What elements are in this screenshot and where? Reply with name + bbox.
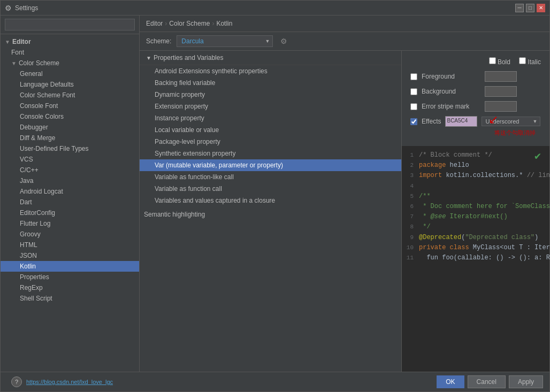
sidebar-item-json[interactable]: JSON: [1, 250, 139, 261]
sidebar-item-font[interactable]: Font: [1, 47, 139, 58]
expand-arrow-cs: ▼: [11, 60, 17, 66]
prop-semantic[interactable]: Semantic highlighting: [140, 209, 401, 220]
prop-vars-closure[interactable]: Variables and values captured in a closu…: [140, 195, 401, 206]
background-color-box[interactable]: [485, 86, 517, 97]
foreground-color-box[interactable]: [485, 71, 517, 82]
prop-var-function[interactable]: Variable as function call: [140, 183, 401, 195]
prop-var-mutable[interactable]: Var (mutable variable, parameter or prop…: [140, 159, 401, 171]
code-content-6: * Doc comment here for `SomeClass`: [419, 202, 549, 212]
effects-checkbox[interactable]: [410, 118, 417, 125]
prop-local-var[interactable]: Local variable or value: [140, 124, 401, 136]
sidebar-item-editor[interactable]: ▼ Editor: [1, 36, 139, 47]
sidebar-item-user-defined[interactable]: User-Defined File Types: [1, 143, 139, 154]
sidebar-item-regexp[interactable]: RegExp: [1, 282, 139, 293]
bold-label: Bold: [489, 57, 510, 66]
scheme-dropdown[interactable]: Darcula Default High Contrast: [177, 35, 273, 47]
minimize-button[interactable]: ─: [515, 4, 524, 12]
right-settings: Bold Italic Foreground: [402, 51, 549, 372]
search-bar: [1, 16, 139, 34]
properties-list: ▼ Properties and Variables Android Exten…: [140, 51, 402, 372]
background-row: Background: [410, 86, 541, 97]
sidebar-item-android-logcat[interactable]: Android Logcat: [1, 186, 139, 197]
settings-window: ⚙ Settings ─ □ ✕ ▼ Editor Font: [0, 0, 550, 392]
title-bar: ⚙ Settings ─ □ ✕: [1, 1, 549, 16]
code-line-5: 5 /**: [404, 191, 547, 202]
sidebar-item-dart[interactable]: Dart: [1, 197, 139, 207]
right-panel: Editor › Color Scheme › Kotlin Scheme: D…: [140, 16, 549, 372]
close-button[interactable]: ✕: [537, 4, 545, 12]
ok-button[interactable]: OK: [437, 375, 464, 388]
sidebar-item-diff-merge[interactable]: Diff & Merge: [1, 133, 139, 143]
sidebar-item-console-colors[interactable]: Console Colors: [1, 111, 139, 122]
sidebar-item-kotlin[interactable]: Kotlin: [1, 261, 139, 272]
code-content-3: import kotlin.collections.* // line comm…: [419, 171, 549, 181]
bottom-left: ? https://blog.csdn.net/lxd_love_lgc: [7, 376, 113, 387]
props-expand-arrow: ▼: [146, 55, 151, 61]
window-title: Settings: [15, 4, 38, 12]
cancel-button[interactable]: Cancel: [468, 375, 506, 388]
annotation-text: 将这个勾取消掉: [494, 129, 536, 137]
sidebar-tree: ▼ Editor Font ▼ Color Scheme General Lan…: [1, 34, 139, 372]
url-link[interactable]: https://blog.csdn.net/lxd_love_lgc: [26, 379, 113, 385]
sidebar-item-color-scheme-font[interactable]: Color Scheme Font: [1, 90, 139, 101]
error-stripe-checkbox[interactable]: [410, 103, 417, 110]
maximize-button[interactable]: □: [526, 4, 534, 12]
italic-label: Italic: [519, 57, 541, 66]
prop-backing-field[interactable]: Backing field variable: [140, 77, 401, 89]
prop-instance[interactable]: Instance property: [140, 112, 401, 124]
prop-var-function-like[interactable]: Variable as function-like call: [140, 171, 401, 183]
line-num-7: 7: [404, 212, 419, 222]
sidebar-item-java[interactable]: Java: [1, 175, 139, 186]
sidebar-item-editorconfig[interactable]: EditorConfig: [1, 207, 139, 218]
code-content-4: [419, 181, 423, 191]
code-line-4: 4: [404, 181, 547, 191]
scheme-bar: Scheme: Darcula Default High Contrast ⚙: [140, 32, 549, 51]
sidebar-item-color-scheme[interactable]: ▼ Color Scheme: [1, 58, 139, 68]
code-content-9: @Deprecated("Deprecated class"): [419, 233, 538, 243]
code-line-3: 3 import kotlin.collections.* // line co…: [404, 171, 547, 181]
sidebar-item-console-font[interactable]: Console Font: [1, 101, 139, 111]
prop-dynamic[interactable]: Dynamic property: [140, 89, 401, 101]
sidebar-item-flutter-log[interactable]: Flutter Log: [1, 218, 139, 229]
sidebar-item-groovy[interactable]: Groovy: [1, 229, 139, 240]
code-line-6: 6 * Doc comment here for `SomeClass`: [404, 202, 547, 212]
sidebar-item-general[interactable]: General: [1, 68, 139, 79]
sidebar-item-cpp[interactable]: C/C++: [1, 165, 139, 175]
properties-area: ▼ Properties and Variables Android Exten…: [140, 51, 549, 372]
sidebar-item-shell-script[interactable]: Shell Script: [1, 293, 139, 304]
sidebar-item-vcs[interactable]: VCS: [1, 154, 139, 165]
bottom-buttons: OK Cancel Apply: [437, 375, 543, 388]
prop-synthetic-ext[interactable]: Synthetic extension property: [140, 148, 401, 159]
sidebar-item-html[interactable]: HTML: [1, 240, 139, 250]
title-bar-controls: ─ □ ✕: [515, 4, 545, 12]
code-content-2: package hello: [419, 160, 469, 171]
prop-android-ext[interactable]: Android Extensions synthetic properties: [140, 65, 401, 77]
foreground-label: Foreground: [422, 73, 480, 80]
help-icon[interactable]: ?: [11, 376, 22, 387]
sidebar-item-debugger[interactable]: Debugger: [1, 122, 139, 133]
title-bar-left: ⚙ Settings: [5, 4, 38, 12]
line-num-8: 8: [404, 222, 419, 232]
code-content-5: /**: [419, 191, 431, 202]
effects-color-value: BCA5C4: [446, 117, 469, 125]
effects-color-box[interactable]: BCA5C4: [445, 116, 477, 127]
apply-button[interactable]: Apply: [509, 375, 543, 388]
gear-button[interactable]: ⚙: [278, 36, 289, 47]
code-line-1: 1 /* Block comment */: [404, 150, 547, 160]
breadcrumb-editor: Editor: [146, 20, 163, 27]
prop-extension[interactable]: Extension property: [140, 101, 401, 112]
code-line-7: 7 * @see Iterator#next(): [404, 212, 547, 222]
foreground-checkbox[interactable]: [410, 73, 417, 80]
italic-checkbox[interactable]: [519, 57, 526, 64]
code-line-8: 8 */: [404, 222, 547, 232]
background-checkbox[interactable]: [410, 88, 417, 95]
prop-package-level[interactable]: Package-level property: [140, 136, 401, 148]
breadcrumb-sep2: ›: [212, 20, 214, 27]
bold-checkbox[interactable]: [489, 57, 496, 64]
sidebar-item-properties[interactable]: Properties: [1, 272, 139, 282]
line-num-5: 5: [404, 192, 419, 202]
line-num-3: 3: [404, 171, 419, 181]
error-stripe-color-box[interactable]: [485, 101, 517, 112]
sidebar-item-language-defaults[interactable]: Language Defaults: [1, 79, 139, 90]
search-input[interactable]: [5, 19, 135, 30]
